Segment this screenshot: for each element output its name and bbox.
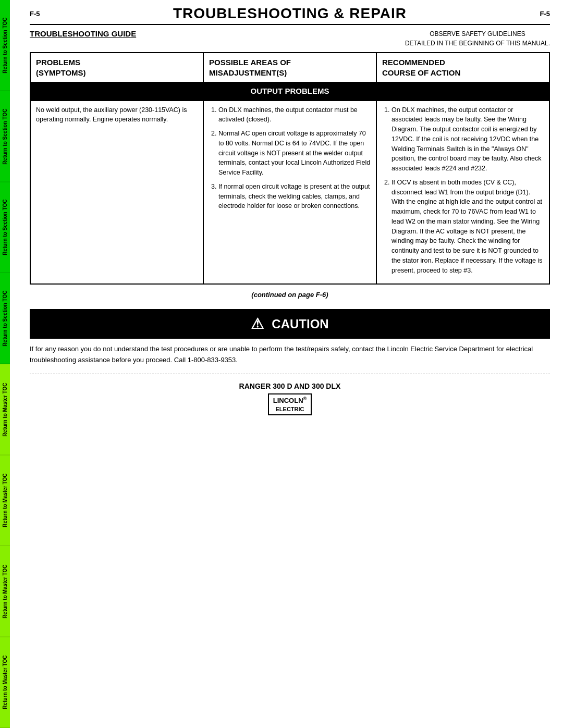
page-number-right: F-5	[540, 10, 550, 18]
sidebar-left: Return to Section TOC Return to Section …	[0, 0, 20, 728]
col-problems-header: PROBLEMS (SYMPTOMS)	[30, 53, 203, 82]
sidebar-lime: Return to Master TOC Return to Master TO…	[0, 364, 10, 729]
footer-section: RANGER 300 D AND 300 DLX LINCOLN® ELECTR…	[30, 382, 550, 416]
sidebar-green: Return to Section TOC Return to Section …	[0, 0, 10, 364]
page-header: F-5 TROUBLESHOOTING & REPAIR F-5	[30, 5, 550, 22]
guide-title: TROUBLESHOOTING GUIDE	[30, 29, 136, 38]
sidebar-tab-6[interactable]: Return to Master TOC	[0, 546, 10, 637]
brand-name: LINCOLN®	[273, 396, 307, 405]
section-header: TROUBLESHOOTING GUIDE OBSERVE SAFETY GUI…	[30, 29, 550, 48]
lincoln-logo: LINCOLN® ELECTRIC	[268, 393, 312, 416]
col-misadjustment-content: On DLX machines, the output contactor mu…	[203, 101, 376, 285]
main-content: F-5 TROUBLESHOOTING & REPAIR F-5 TROUBLE…	[22, 0, 558, 421]
output-problems-label: OUTPUT PROBLEMS	[30, 82, 549, 101]
page-number-left: F-5	[30, 10, 40, 18]
sidebar-tab-5[interactable]: Return to Section TOC	[0, 182, 10, 273]
sub-brand: ELECTRIC	[273, 405, 307, 413]
continued-note: (continued on page F-6)	[30, 291, 550, 299]
caution-box: ⚠ CAUTION	[30, 309, 550, 339]
sidebar-tab-1[interactable]: Return to Section TOC	[0, 0, 10, 91]
footer-model: RANGER 300 D AND 300 DLX	[30, 382, 550, 390]
caution-triangle-icon: ⚠	[251, 315, 264, 332]
list-item: If normal open circuit voltage is presen…	[218, 182, 371, 211]
col-misadjustment-header: POSSIBLE AREAS OF MISADJUSTMENT(S)	[203, 53, 376, 82]
safety-note: OBSERVE SAFETY GUIDELINES DETAILED IN TH…	[405, 29, 550, 48]
col-recommended-header: RECOMMENDED COURSE OF ACTION	[376, 53, 549, 82]
table-header-row: PROBLEMS (SYMPTOMS) POSSIBLE AREAS OF MI…	[30, 53, 549, 82]
trouble-table: PROBLEMS (SYMPTOMS) POSSIBLE AREAS OF MI…	[30, 52, 550, 285]
col-recommended-content: On DLX machines, the output contactor or…	[376, 101, 549, 285]
sidebar-tab-3[interactable]: Return to Section TOC	[0, 91, 10, 182]
sidebar-tab-7[interactable]: Return to Section TOC	[0, 273, 10, 364]
col-problems-content: No weld output, the auxiliary power (230…	[30, 101, 203, 285]
caution-text: If for any reason you do not understand …	[30, 344, 550, 366]
list-item: Normal AC open circuit voltage is approx…	[218, 129, 371, 178]
dashed-divider	[30, 374, 550, 374]
table-content-row: No weld output, the auxiliary power (230…	[30, 101, 549, 285]
sidebar-tab-8[interactable]: Return to Master TOC	[0, 637, 10, 728]
output-problems-row: OUTPUT PROBLEMS	[30, 82, 549, 101]
caution-label: CAUTION	[272, 317, 328, 331]
sidebar-tab-2[interactable]: Return to Master TOC	[0, 364, 10, 455]
page-title: TROUBLESHOOTING & REPAIR	[40, 5, 540, 22]
list-item: On DLX machines, the output contactor mu…	[218, 105, 371, 125]
reg-symbol: ®	[303, 396, 307, 401]
sidebar-tab-4[interactable]: Return to Master TOC	[0, 455, 10, 546]
list-item: On DLX machines, the output contactor or…	[391, 105, 544, 174]
list-item: If OCV is absent in both modes (CV & CC)…	[391, 178, 544, 276]
